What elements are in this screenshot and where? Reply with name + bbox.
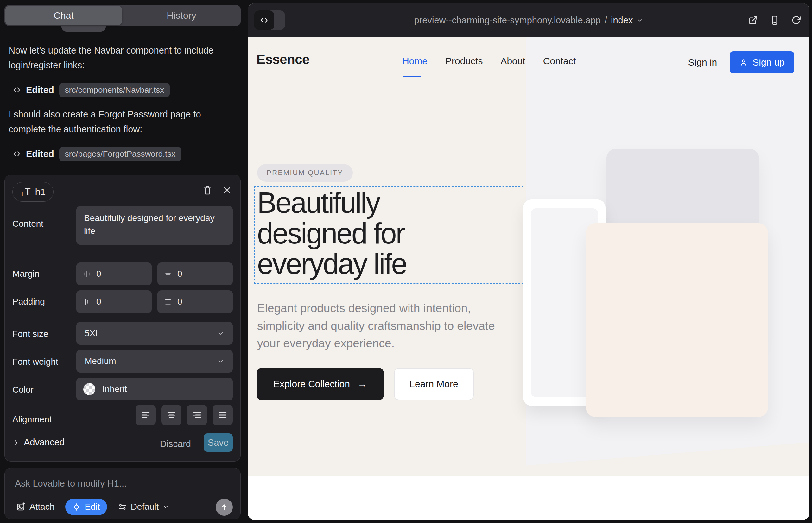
sign-in-link[interactable]: Sign in bbox=[688, 57, 717, 68]
attach-button[interactable]: Attach bbox=[14, 502, 56, 512]
composer: Ask Lovable to modify H1... Attach Edit … bbox=[4, 468, 241, 519]
delete-element-button[interactable] bbox=[202, 185, 212, 195]
element-tag-label: h1 bbox=[35, 186, 46, 197]
hero-paragraph: Elegant products designed with intention… bbox=[257, 300, 498, 353]
open-external-icon[interactable] bbox=[748, 15, 758, 25]
url-page: index bbox=[611, 15, 633, 26]
mobile-view-icon[interactable] bbox=[770, 15, 780, 25]
text-type-icon: TT bbox=[20, 187, 31, 197]
auth-actions: Sign in Sign up bbox=[688, 51, 794, 73]
padding-x-input[interactable]: 0 bbox=[76, 290, 152, 313]
padding-y-value: 0 bbox=[177, 296, 182, 307]
attach-image-icon bbox=[16, 502, 26, 511]
composer-toolbar: Attach Edit Default bbox=[14, 499, 233, 515]
chevron-down-icon bbox=[217, 357, 225, 365]
edit-mode-button[interactable]: Edit bbox=[65, 499, 107, 515]
send-button[interactable] bbox=[216, 499, 233, 516]
arrow-right-icon: → bbox=[357, 379, 367, 390]
chevron-down-icon bbox=[217, 329, 225, 337]
padding-label: Padding bbox=[12, 296, 45, 307]
edited-label: Edited bbox=[26, 149, 54, 159]
topbar-actions bbox=[748, 3, 801, 37]
content-input[interactable]: Beautifully designed for everyday life bbox=[76, 206, 233, 245]
padding-y-input[interactable]: 0 bbox=[157, 290, 233, 313]
margin-x-value: 0 bbox=[96, 269, 101, 279]
element-editor-panel: TT h1 Content Beautifully designed for e… bbox=[4, 175, 241, 462]
preview-topbar: preview--charming-site-symphony.lovable.… bbox=[248, 3, 810, 37]
edited-file-row: Edited src/components/Navbar.tsx bbox=[13, 82, 170, 97]
padding-vertical-icon bbox=[164, 297, 172, 306]
nav-link-contact[interactable]: Contact bbox=[543, 56, 576, 67]
site-logo[interactable]: Essence bbox=[257, 52, 310, 67]
chat-message: Now let's update the Navbar component to… bbox=[8, 43, 227, 73]
content-label: Content bbox=[12, 219, 43, 229]
chevron-down-icon bbox=[162, 504, 169, 510]
edited-file-row: Edited src/pages/ForgotPassword.tsx bbox=[13, 146, 181, 161]
font-size-value: 5XL bbox=[85, 328, 100, 339]
font-size-label: Font size bbox=[12, 329, 49, 339]
crosshair-icon bbox=[72, 503, 81, 511]
advanced-label: Advanced bbox=[24, 437, 65, 448]
tab-chat[interactable]: Chat bbox=[5, 6, 122, 25]
nav-link-home[interactable]: Home bbox=[402, 56, 427, 67]
tab-history[interactable]: History bbox=[122, 5, 241, 26]
lovable-app: Chat History Now let's update the Navbar… bbox=[0, 0, 812, 523]
color-select[interactable]: Inherit bbox=[76, 378, 233, 400]
model-default-button[interactable]: Default bbox=[116, 502, 171, 512]
color-value: Inherit bbox=[102, 384, 127, 394]
sign-up-label: Sign up bbox=[753, 57, 785, 68]
selected-element-tag: TT h1 bbox=[12, 182, 54, 202]
hero-heading-line: designed for bbox=[257, 218, 406, 249]
code-icon bbox=[13, 150, 21, 158]
learn-more-button[interactable]: Learn More bbox=[394, 368, 474, 400]
chevron-down-icon bbox=[637, 17, 643, 23]
code-icon bbox=[13, 86, 21, 94]
nav-link-products[interactable]: Products bbox=[445, 56, 483, 67]
padding-horizontal-icon bbox=[83, 297, 91, 306]
margin-y-input[interactable]: 0 bbox=[157, 263, 233, 285]
font-weight-label: Font weight bbox=[12, 357, 58, 367]
explore-collection-button[interactable]: Explore Collection → bbox=[257, 368, 384, 400]
sign-up-button[interactable]: Sign up bbox=[730, 51, 794, 73]
font-weight-value: Medium bbox=[85, 356, 116, 366]
refresh-icon[interactable] bbox=[791, 15, 801, 25]
alignment-group bbox=[136, 405, 233, 425]
padding-x-value: 0 bbox=[96, 296, 101, 307]
edited-file-pill[interactable]: src/components/Navbar.tsx bbox=[59, 83, 170, 97]
site-canvas: Essence Home Products About Contact Sign… bbox=[248, 37, 810, 520]
explore-collection-label: Explore Collection bbox=[273, 379, 350, 390]
margin-x-input[interactable]: 0 bbox=[76, 263, 152, 285]
margin-y-value: 0 bbox=[177, 269, 182, 279]
align-center-button[interactable] bbox=[161, 405, 181, 425]
premium-badge: PREMIUM QUALITY bbox=[257, 164, 353, 182]
chevron-right-icon bbox=[12, 439, 19, 446]
close-icon[interactable] bbox=[223, 186, 231, 195]
edited-file-pill[interactable]: src/pages/ForgotPassword.tsx bbox=[59, 147, 181, 161]
site-nav: Home Products About Contact bbox=[402, 56, 576, 67]
advanced-toggle[interactable]: Advanced bbox=[12, 437, 65, 448]
nav-active-underline bbox=[403, 76, 421, 77]
align-left-button[interactable] bbox=[136, 405, 156, 425]
url-domain: preview--charming-site-symphony.lovable.… bbox=[414, 15, 601, 26]
align-justify-button[interactable] bbox=[212, 405, 233, 425]
discard-button[interactable]: Discard bbox=[158, 438, 193, 450]
sliders-icon bbox=[118, 502, 127, 511]
preview-window: preview--charming-site-symphony.lovable.… bbox=[248, 3, 810, 520]
align-right-button[interactable] bbox=[187, 405, 207, 425]
hero-heading[interactable]: Beautifully designed for everyday life bbox=[257, 187, 406, 279]
attach-label: Attach bbox=[30, 502, 54, 512]
save-button[interactable]: Save bbox=[204, 433, 233, 452]
composer-input[interactable]: Ask Lovable to modify H1... bbox=[15, 479, 127, 489]
font-size-select[interactable]: 5XL bbox=[76, 322, 233, 345]
edit-label: Edit bbox=[85, 502, 100, 512]
url-separator: / bbox=[604, 15, 607, 26]
font-weight-select[interactable]: Medium bbox=[76, 350, 233, 373]
color-label: Color bbox=[12, 385, 34, 395]
default-label: Default bbox=[131, 502, 159, 512]
transparency-swatch-icon bbox=[83, 383, 95, 395]
edited-label: Edited bbox=[26, 85, 54, 95]
url-bar[interactable]: preview--charming-site-symphony.lovable.… bbox=[248, 3, 810, 37]
chat-message: I should also create a Forgot Password p… bbox=[8, 107, 227, 137]
decorative-card-cream bbox=[586, 223, 768, 417]
nav-link-about[interactable]: About bbox=[500, 56, 525, 67]
